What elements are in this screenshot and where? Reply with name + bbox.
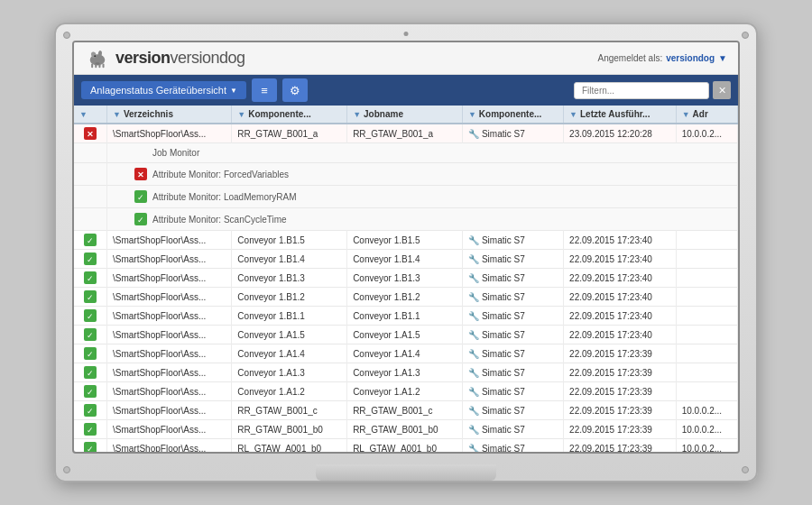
- simatic-icon: Simatic S7: [468, 330, 525, 340]
- adr-cell: [676, 231, 737, 250]
- verzeichnis-cell: \SmartShopFloor\Ass...: [107, 439, 232, 453]
- sub-status-cell: [74, 143, 107, 163]
- komponente2-cell: Simatic S7: [462, 344, 563, 363]
- jobname-cell: Conveyor 1.B1.4: [347, 250, 463, 269]
- jobname-cell: Conveyor 1.B1.3: [347, 269, 463, 288]
- table-row[interactable]: ✓ \SmartShopFloor\Ass... RR_GTAW_B001_b0…: [74, 420, 738, 439]
- expand-subrow: Job Monitor: [74, 143, 738, 163]
- komponente2-cell: Simatic S7: [462, 363, 563, 382]
- komponente1-cell: Conveyor 1.B1.3: [232, 269, 347, 288]
- table-row[interactable]: ✓ \SmartShopFloor\Ass... Conveyor 1.B1.4…: [74, 250, 738, 269]
- letzte-cell: 22.09.2015 17:23:40: [564, 250, 677, 269]
- status-cell: ✓: [74, 307, 107, 326]
- adr-cell: [676, 326, 737, 344]
- jobname-cell: RR_GTAW_B001_a: [347, 124, 463, 143]
- filter-icon-job[interactable]: ▼: [353, 110, 361, 119]
- status-ok-icon: ✓: [84, 234, 97, 246]
- verzeichnis-cell: \SmartShopFloor\Ass...: [107, 420, 232, 439]
- sub-status-cell: [74, 163, 107, 186]
- adr-cell: 10.0.0.2...: [676, 401, 737, 420]
- komponente2-cell: Simatic S7: [462, 250, 563, 269]
- table-wrapper: ▼ ▼Verzeichnis ▼Komponente... ▼Jobname ▼: [74, 106, 738, 452]
- komponente1-cell: RL_GTAW_A001_b0: [232, 439, 347, 453]
- komponente2-cell: Simatic S7: [462, 124, 563, 143]
- sub-label: Attribute Monitor: ScanCycleTime: [152, 215, 287, 225]
- sub-label-cell: ✕Attribute Monitor: ForcedVariables: [107, 163, 738, 186]
- user-info: Angemeldet als: versiondog ▼: [597, 53, 727, 63]
- sub-label-cell: ✓Attribute Monitor: ScanCycleTime: [107, 208, 738, 231]
- laptop-base: [316, 464, 496, 481]
- status-cell: ✕: [74, 124, 107, 143]
- simatic-icon: Simatic S7: [468, 129, 525, 139]
- status-ok-icon: ✓: [84, 423, 97, 436]
- user-dropdown-icon[interactable]: ▼: [718, 53, 727, 63]
- simatic-icon: Simatic S7: [468, 368, 525, 378]
- simatic-icon: Simatic S7: [468, 425, 525, 435]
- screw-br: [742, 466, 749, 473]
- table-row[interactable]: ✓ \SmartShopFloor\Ass... RL_GTAW_A001_b0…: [74, 439, 738, 453]
- komponente2-cell: Simatic S7: [462, 288, 563, 307]
- sub-status-cell: [74, 186, 107, 208]
- expand-subrow: ✓Attribute Monitor: ScanCycleTime: [74, 208, 738, 231]
- table-row[interactable]: ✓ \SmartShopFloor\Ass... Conveyor 1.B1.2…: [74, 288, 738, 307]
- table-row[interactable]: ✓ \SmartShopFloor\Ass... Conveyor 1.A1.2…: [74, 382, 738, 401]
- jobname-cell: Conveyor 1.A1.5: [347, 326, 463, 344]
- filter-icon-komp2[interactable]: ▼: [468, 110, 476, 119]
- filter-icon-adr[interactable]: ▼: [682, 110, 690, 119]
- toolbar-title-button[interactable]: Anlagenstatus Geräteübersicht: [81, 81, 246, 99]
- jobname-cell: Conveyor 1.A1.3: [347, 363, 463, 382]
- table-row[interactable]: ✓ \SmartShopFloor\Ass... Conveyor 1.A1.4…: [74, 344, 738, 363]
- status-ok-icon: ✓: [84, 404, 97, 417]
- table-row[interactable]: ✓ \SmartShopFloor\Ass... RR_GTAW_B001_c …: [74, 401, 738, 420]
- table-row[interactable]: ✓ \SmartShopFloor\Ass... Conveyor 1.A1.3…: [74, 363, 738, 382]
- col-header-jobname: ▼Jobname: [347, 106, 463, 124]
- filter-clear-button[interactable]: ✕: [713, 81, 731, 99]
- filter-icon-komp1[interactable]: ▼: [237, 110, 245, 119]
- filter-icon-verz[interactable]: ▼: [113, 110, 121, 119]
- verzeichnis-cell: \SmartShopFloor\Ass...: [107, 231, 232, 250]
- camera: [404, 32, 409, 36]
- adr-cell: 10.0.0.2...: [676, 420, 737, 439]
- komponente1-cell: Conveyor 1.B1.4: [232, 250, 347, 269]
- letzte-cell: 23.09.2015 12:20:28: [564, 124, 677, 143]
- col-header-komponente1: ▼Komponente...: [232, 106, 347, 124]
- sub-status-err: ✕: [134, 168, 147, 180]
- status-ok-icon: ✓: [84, 347, 97, 360]
- simatic-icon: Simatic S7: [468, 406, 525, 416]
- adr-cell: [676, 382, 737, 401]
- filter-input[interactable]: [574, 82, 709, 99]
- table-row[interactable]: ✓ \SmartShopFloor\Ass... Conveyor 1.B1.5…: [74, 231, 738, 250]
- adr-cell: [676, 363, 737, 382]
- jobname-cell: RR_GTAW_B001_c: [347, 401, 463, 420]
- svg-rect-8: [103, 63, 105, 68]
- komponente2-cell: Simatic S7: [462, 326, 563, 344]
- verzeichnis-cell: \SmartShopFloor\Ass...: [107, 250, 232, 269]
- simatic-icon: Simatic S7: [468, 387, 525, 397]
- komponente1-cell: RR_GTAW_B001_a: [232, 124, 347, 143]
- status-cell: ✓: [74, 363, 107, 382]
- settings-button[interactable]: ⚙: [282, 78, 308, 102]
- jobname-cell: Conveyor 1.B1.5: [347, 231, 463, 250]
- table-row[interactable]: ✓ \SmartShopFloor\Ass... Conveyor 1.A1.5…: [74, 326, 738, 344]
- top-bar: versionversiondog Angemeldet als: versio…: [74, 42, 738, 75]
- simatic-icon: Simatic S7: [468, 349, 525, 359]
- sub-label: Attribute Monitor: ForcedVariables: [152, 170, 289, 179]
- filter-icon-letzte[interactable]: ▼: [569, 110, 577, 119]
- table-row[interactable]: ✓ \SmartShopFloor\Ass... Conveyor 1.B1.3…: [74, 269, 738, 288]
- screw-tl: [63, 32, 70, 39]
- table-row[interactable]: ✓ \SmartShopFloor\Ass... Conveyor 1.B1.1…: [74, 307, 738, 326]
- screw-tr: [742, 32, 749, 39]
- komponente1-cell: Conveyor 1.A1.5: [232, 326, 347, 344]
- filter-icon-status[interactable]: ▼: [79, 110, 88, 119]
- table-row[interactable]: ✕ \SmartShopFloor\Ass... RR_GTAW_B001_a …: [74, 124, 738, 143]
- col-header-verzeichnis: ▼Verzeichnis: [107, 106, 232, 124]
- sub-status-cell: [74, 208, 107, 231]
- komponente2-cell: Simatic S7: [462, 439, 563, 453]
- jobname-cell: Conveyor 1.B1.1: [347, 307, 463, 326]
- komponente1-cell: RR_GTAW_B001_b0: [232, 420, 347, 439]
- letzte-cell: 22.09.2015 17:23:40: [564, 231, 677, 250]
- jobname-cell: RL_GTAW_A001_b0: [347, 439, 463, 453]
- status-cell: ✓: [74, 439, 107, 453]
- letzte-cell: 22.09.2015 17:23:39: [564, 420, 677, 439]
- menu-button[interactable]: ≡: [252, 78, 277, 102]
